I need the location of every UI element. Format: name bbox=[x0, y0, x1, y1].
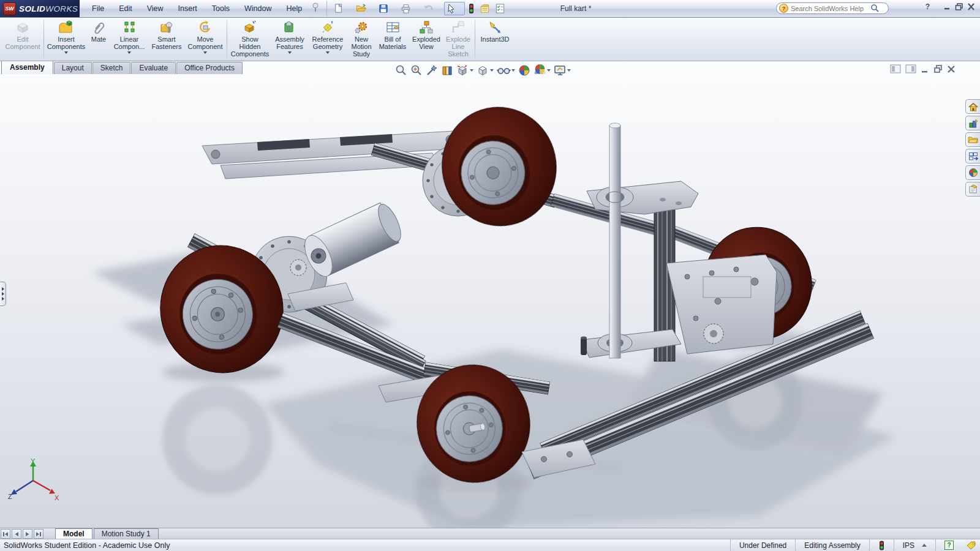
new-motion-study-icon bbox=[354, 19, 369, 36]
tab-nav-last-button[interactable] bbox=[34, 529, 43, 539]
doc-close-button[interactable] bbox=[947, 65, 956, 73]
zoom-to-fit-icon[interactable] bbox=[395, 64, 407, 77]
status-units[interactable]: IPS bbox=[894, 539, 935, 551]
magnified-selection-icon[interactable] bbox=[426, 64, 438, 77]
menu-pin-icon[interactable] bbox=[311, 2, 320, 15]
assembly-features-icon bbox=[282, 19, 297, 36]
task-pane-view-palette-tab[interactable] bbox=[965, 149, 980, 163]
triad-y-label: Y bbox=[31, 457, 36, 465]
edit-color-appearance-button[interactable] bbox=[478, 2, 492, 15]
zoom-to-area-icon[interactable] bbox=[410, 64, 423, 77]
app-restore-button[interactable] bbox=[955, 3, 963, 10]
dropdown-arrow-icon[interactable] bbox=[288, 51, 292, 54]
app-close-button[interactable] bbox=[967, 3, 975, 10]
doc-restore-button[interactable] bbox=[933, 65, 943, 73]
tab-model[interactable]: Model bbox=[55, 528, 92, 539]
menu-window[interactable]: Window bbox=[237, 1, 279, 16]
dropdown-arrow-icon[interactable] bbox=[490, 69, 494, 72]
tab-assembly[interactable]: Assembly bbox=[1, 61, 53, 74]
model-motor-left[interactable] bbox=[299, 200, 406, 280]
tab-nav-first-button[interactable] bbox=[1, 529, 10, 539]
task-pane-custom-properties-tab[interactable] bbox=[965, 182, 980, 197]
feature-pane-toggle-button[interactable] bbox=[890, 64, 901, 73]
dropdown-arrow-icon[interactable] bbox=[567, 69, 571, 72]
model-stub[interactable] bbox=[581, 338, 587, 355]
rebuild-traffic-light-icon[interactable] bbox=[466, 2, 477, 15]
view-palette-icon bbox=[968, 152, 978, 161]
ribbon-button-bill-of-materials[interactable]: Bill of Materials bbox=[376, 17, 409, 61]
search-input[interactable] bbox=[788, 5, 870, 12]
ribbon-button-exploded-view[interactable]: Exploded View bbox=[409, 17, 443, 61]
search-help-balloon-icon: ? bbox=[779, 4, 788, 13]
menu-view[interactable]: View bbox=[140, 1, 171, 16]
display-style-cube-icon[interactable] bbox=[477, 64, 494, 77]
folder-icon bbox=[968, 135, 978, 144]
edit-appearance-sphere-icon[interactable] bbox=[518, 64, 530, 77]
menu-insert[interactable]: Insert bbox=[171, 1, 205, 16]
model-steering-column[interactable] bbox=[609, 126, 620, 358]
tab-motion-study-1[interactable]: Motion Study 1 bbox=[94, 528, 159, 539]
solidworks-logo: SW SOLIDWORKS bbox=[0, 0, 80, 17]
tab-nav-previous-button[interactable] bbox=[12, 529, 21, 539]
document-window-controls bbox=[890, 64, 956, 73]
doc-minimize-button[interactable] bbox=[921, 65, 929, 73]
task-pane-appearances-tab[interactable] bbox=[965, 165, 980, 180]
select-tool-button[interactable] bbox=[444, 2, 465, 15]
ribbon-button-assembly-features[interactable]: Assembly Features bbox=[271, 17, 309, 61]
status-tag-icon[interactable] bbox=[962, 539, 980, 551]
ribbon-button-move-component[interactable]: Move Component bbox=[186, 17, 225, 61]
apply-scene-icon[interactable] bbox=[533, 64, 551, 77]
search-magnifier-icon[interactable] bbox=[870, 4, 880, 13]
app-minimize-button[interactable] bbox=[943, 3, 951, 10]
dropdown-arrow-icon[interactable] bbox=[470, 69, 473, 72]
model-canvas[interactable] bbox=[0, 61, 980, 528]
dropdown-arrow-icon[interactable] bbox=[64, 51, 68, 54]
ribbon-button-insert-components[interactable]: Insert Components bbox=[46, 17, 86, 61]
command-manager-tabs: Assembly Layout Sketch Evaluate Office P… bbox=[1, 61, 243, 74]
task-pane-file-explorer-tab[interactable] bbox=[965, 132, 980, 147]
smart-fasteners-icon bbox=[159, 19, 174, 36]
dropdown-arrow-icon[interactable] bbox=[127, 51, 131, 54]
tab-evaluate[interactable]: Evaluate bbox=[131, 62, 176, 74]
menu-help[interactable]: Help bbox=[279, 1, 310, 16]
ribbon-button-mate[interactable]: Mate bbox=[86, 17, 111, 61]
print-button[interactable] bbox=[399, 2, 413, 15]
menu-file[interactable]: File bbox=[85, 1, 111, 16]
status-traffic-light-icon[interactable] bbox=[869, 539, 894, 551]
task-pane-resources-tab[interactable] bbox=[965, 99, 980, 114]
new-document-button[interactable] bbox=[332, 2, 345, 15]
open-button[interactable] bbox=[354, 2, 368, 15]
save-button[interactable] bbox=[377, 2, 390, 15]
units-dropdown-icon[interactable] bbox=[922, 544, 927, 547]
ribbon-button-linear-component[interactable]: Linear Compon... bbox=[111, 17, 148, 61]
view-orientation-cube-icon[interactable] bbox=[456, 64, 473, 77]
search-box[interactable]: ? bbox=[776, 2, 889, 14]
view-settings-icon[interactable] bbox=[554, 64, 571, 77]
dropdown-arrow-icon[interactable] bbox=[547, 69, 551, 72]
dropdown-arrow-icon[interactable] bbox=[511, 69, 515, 72]
tab-sketch[interactable]: Sketch bbox=[92, 62, 131, 74]
menu-tools[interactable]: Tools bbox=[205, 1, 237, 16]
dropdown-arrow-icon[interactable] bbox=[326, 51, 330, 54]
options-properties-button[interactable] bbox=[493, 2, 507, 15]
ribbon-button-instant3d[interactable]: Instant3D bbox=[477, 17, 513, 61]
graphics-viewport[interactable]: Y Z X bbox=[0, 61, 980, 528]
hide-show-items-glasses-icon[interactable] bbox=[497, 64, 515, 77]
ribbon-button-new-motion-study[interactable]: New Motion Study bbox=[347, 17, 376, 61]
dropdown-arrow-icon[interactable] bbox=[203, 51, 207, 54]
section-view-icon[interactable] bbox=[441, 64, 453, 77]
display-pane-toggle-button[interactable] bbox=[905, 64, 916, 73]
task-pane-design-library-tab[interactable] bbox=[965, 116, 980, 130]
ribbon-button-smart-fasteners[interactable]: Smart Fasteners bbox=[148, 17, 186, 61]
ribbon-button-reference-geometry[interactable]: Reference Geometry bbox=[309, 17, 347, 61]
app-help-icon[interactable]: ? bbox=[925, 2, 930, 11]
show-hidden-components-icon bbox=[243, 19, 257, 36]
menu-bar: File Edit View Insert Tools Window Help bbox=[85, 1, 320, 16]
tab-office-products[interactable]: Office Products bbox=[176, 62, 243, 74]
ribbon-button-edit-component: Edit Component bbox=[4, 17, 42, 61]
menu-edit[interactable]: Edit bbox=[111, 1, 140, 16]
status-help[interactable]: ? bbox=[935, 539, 962, 551]
ribbon-button-show-hidden-components[interactable]: Show Hidden Components bbox=[229, 17, 271, 61]
tab-nav-next-button[interactable] bbox=[23, 529, 32, 539]
tab-layout[interactable]: Layout bbox=[54, 62, 92, 74]
